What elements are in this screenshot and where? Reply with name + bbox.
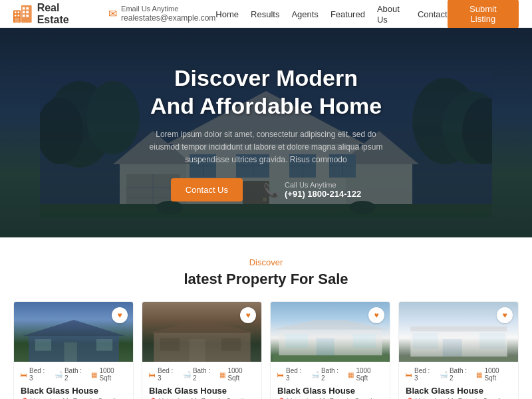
area-meta-1: ▦ 1000 Sqft <box>91 367 126 382</box>
nav-item-home[interactable]: Home <box>215 9 239 19</box>
svg-marker-48 <box>22 320 125 336</box>
property-meta-1: 🛏 Bed : 3 🛁 Bath : 2 ▦ 1000 Sqft <box>21 367 126 382</box>
nav-link-home[interactable]: Home <box>215 9 239 19</box>
baths-count-4: Bath : 2 <box>450 367 471 382</box>
area-count-1: 1000 Sqft <box>99 367 126 382</box>
property-card-2[interactable]: ♥ 🛏 Bed : 3 🛁 Bath : 2 ▦ 1000 Sqft <box>142 301 262 399</box>
navbar: Real Estate ✉ Email Us Anytime realestat… <box>0 0 532 28</box>
email-label: Email Us Anytime <box>121 4 215 13</box>
call-info: Call Us Anytime (+91) 1800-214-122 <box>285 181 361 199</box>
beds-meta-1: 🛏 Bed : 3 <box>21 367 49 382</box>
baths-meta-4: 🛁 Bath : 2 <box>440 367 471 382</box>
svg-rect-12 <box>26 14 29 17</box>
svg-rect-1 <box>15 11 17 13</box>
hero-actions: Contact Us 📞 Call Us Anytime (+91) 1800-… <box>140 178 392 201</box>
baths-meta-2: 🛁 Bath : 2 <box>183 367 214 382</box>
beds-count-2: Bed : 3 <box>158 367 178 382</box>
beds-meta-4: 🛏 Bed : 3 <box>406 367 434 382</box>
area-meta-4: ▦ 1000 Sqft <box>476 367 511 382</box>
svg-rect-62 <box>272 355 388 362</box>
favorite-button-1[interactable]: ♥ <box>112 307 128 323</box>
bath-icon-3: 🛁 <box>311 371 319 378</box>
email-plane-icon: ✉ <box>108 7 117 20</box>
beds-meta-3: 🛏 Bed : 3 <box>277 367 306 382</box>
nav-link-about[interactable]: About Us <box>377 4 400 25</box>
section-title: latest Property For Sale <box>13 271 519 288</box>
favorite-button-3[interactable]: ♥ <box>368 307 384 323</box>
hero-section: Discover Modern And Affordable Home Lore… <box>0 28 532 237</box>
property-image-4: ♥ <box>399 302 518 362</box>
nav-item-about[interactable]: About Us <box>377 3 406 25</box>
property-card-1[interactable]: ♥ 🛏 Bed : 3 🛁 Bath : 2 ▦ 1000 Sqft <box>13 301 134 399</box>
nav-link-agents[interactable]: Agents <box>291 9 318 19</box>
svg-rect-50 <box>35 339 51 350</box>
svg-rect-67 <box>479 332 505 348</box>
area-icon-4: ▦ <box>476 371 482 378</box>
hero-content: Discover Modern And Affordable Home Lore… <box>126 64 406 202</box>
navbar-nav: Home Results Agents Featured About Us Co… <box>215 3 447 25</box>
properties-section: Discover latest Property For Sale ♥ <box>0 237 532 399</box>
property-meta-4: 🛏 Bed : 3 🛁 Bath : 2 ▦ 1000 Sqft <box>406 367 511 382</box>
area-meta-2: ▦ 1000 Sqft <box>219 367 255 382</box>
hero-call: 📞 Call Us Anytime (+91) 1800-214-122 <box>263 181 361 199</box>
svg-rect-9 <box>23 11 25 13</box>
submit-listing-button[interactable]: Submit Listing <box>448 0 519 29</box>
area-icon-3: ▦ <box>348 371 354 378</box>
logo-icon <box>13 5 32 23</box>
baths-count-2: Bath : 2 <box>193 367 214 382</box>
svg-rect-11 <box>23 14 25 17</box>
area-meta-3: ▦ 1000 Sqft <box>348 367 383 382</box>
nav-link-featured[interactable]: Featured <box>331 9 365 19</box>
svg-rect-60 <box>285 334 308 348</box>
email-info: Email Us Anytime realestates@example.com <box>121 4 215 24</box>
beds-count-4: Bed : 3 <box>414 367 434 382</box>
hero-description: Lorem ipsum dolor sit amet, consectetur … <box>140 128 392 167</box>
svg-rect-10 <box>26 11 29 13</box>
baths-meta-1: 🛁 Bath : 2 <box>55 367 86 382</box>
svg-rect-55 <box>160 338 180 350</box>
nav-item-contact[interactable]: Contact <box>418 9 448 19</box>
svg-rect-56 <box>221 338 241 350</box>
svg-rect-66 <box>412 332 438 348</box>
contact-us-button[interactable]: Contact Us <box>171 178 243 201</box>
svg-rect-5 <box>15 17 19 22</box>
property-card-4[interactable]: ♥ 🛏 Bed : 3 🛁 Bath : 2 ▦ 1000 Sqft <box>398 301 519 399</box>
property-name-2: Black Glass House <box>149 386 255 396</box>
navbar-email: ✉ Email Us Anytime realestates@example.c… <box>108 4 215 24</box>
property-card-3[interactable]: ♥ 🛏 Bed : 3 🛁 Bath : 2 ▦ 1000 Sqft <box>270 301 390 399</box>
phone-icon: 📞 <box>263 182 279 198</box>
favorite-button-4[interactable]: ♥ <box>497 307 513 323</box>
bed-icon-4: 🛏 <box>406 371 412 378</box>
nav-item-results[interactable]: Results <box>251 9 279 19</box>
nav-link-results[interactable]: Results <box>251 9 279 19</box>
property-name-1: Black Glass House <box>21 386 126 396</box>
property-name-3: Black Glass House <box>277 386 383 396</box>
bath-icon-2: 🛁 <box>183 371 191 378</box>
call-number: (+91) 1800-214-122 <box>285 189 361 199</box>
property-body-4: 🛏 Bed : 3 🛁 Bath : 2 ▦ 1000 Sqft Black G… <box>399 362 518 399</box>
svg-rect-64 <box>410 327 507 332</box>
svg-rect-49 <box>64 342 76 362</box>
hero-title: Discover Modern And Affordable Home <box>140 64 392 120</box>
bed-icon-1: 🛏 <box>21 371 27 378</box>
nav-link-contact[interactable]: Contact <box>418 9 448 19</box>
beds-meta-2: 🛏 Bed : 3 <box>149 367 178 382</box>
svg-rect-3 <box>15 14 17 16</box>
nav-item-agents[interactable]: Agents <box>291 9 318 19</box>
favorite-button-2[interactable]: ♥ <box>240 307 256 323</box>
svg-rect-7 <box>23 7 25 9</box>
baths-count-3: Bath : 2 <box>321 367 342 382</box>
nav-item-featured[interactable]: Featured <box>331 9 365 19</box>
properties-grid: ♥ 🛏 Bed : 3 🛁 Bath : 2 ▦ 1000 Sqft <box>13 301 519 399</box>
svg-rect-61 <box>352 334 375 348</box>
bath-icon-4: 🛁 <box>440 371 448 378</box>
svg-rect-51 <box>96 339 112 350</box>
call-label: Call Us Anytime <box>285 181 361 189</box>
svg-rect-4 <box>17 14 19 16</box>
beds-count-1: Bed : 3 <box>29 367 49 382</box>
bed-icon-2: 🛏 <box>149 371 156 378</box>
area-count-4: 1000 Sqft <box>484 367 511 382</box>
svg-rect-8 <box>26 7 29 9</box>
logo-text: Real Estate <box>37 2 90 26</box>
property-body-3: 🛏 Bed : 3 🛁 Bath : 2 ▦ 1000 Sqft Black G… <box>271 362 390 399</box>
